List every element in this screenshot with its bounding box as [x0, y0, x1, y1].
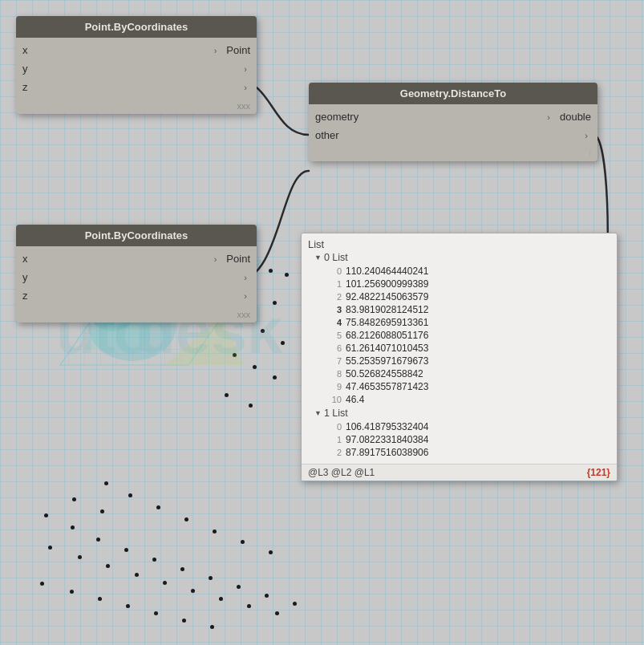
grid-dot	[124, 548, 128, 552]
port-z-label: z	[22, 81, 241, 93]
grid-dot	[71, 525, 75, 529]
list-item: 475.8482695913361	[314, 316, 610, 329]
node-point2-row-y: y ›	[16, 268, 257, 286]
node-point2-header: Point.ByCoordinates	[16, 225, 257, 246]
grid-dot	[154, 611, 158, 615]
list-item: 661.2614071010453	[314, 342, 610, 355]
port-x2-arrow: ›	[214, 254, 217, 264]
grid-dot	[106, 564, 110, 568]
grid-dot	[163, 581, 167, 585]
item-index: 10	[327, 395, 342, 404]
node-point1-header: Point.ByCoordinates	[16, 16, 257, 38]
port-y2-arrow: ›	[244, 273, 247, 282]
item-index: 7	[327, 356, 342, 366]
list-item: 755.2535971679673	[314, 355, 610, 367]
grid-dot	[209, 576, 213, 580]
list-item: 1101.256900999389	[314, 278, 610, 290]
grid-dot	[241, 540, 245, 544]
list-title: List	[308, 238, 610, 250]
node-point2-footer: xxx	[16, 308, 257, 322]
grid-dot	[269, 550, 273, 554]
port-other-arrow: ›	[585, 131, 588, 140]
grid-dot	[182, 619, 186, 623]
node-point1-row-z: z ›	[16, 78, 257, 96]
grid-dot	[135, 573, 139, 577]
item-index: 2	[327, 292, 342, 302]
grid-dot	[100, 509, 104, 513]
item-index: 0	[327, 266, 342, 276]
list-item: 287.8917516038906	[314, 446, 610, 459]
item-value: 92.4822145063579	[346, 291, 428, 302]
item-index: 3	[327, 305, 342, 314]
item-value: 46.4	[346, 394, 364, 405]
port-z2-arrow: ›	[244, 291, 247, 301]
grid-dot	[184, 517, 188, 521]
list-item: 0106.418795332404	[314, 420, 610, 433]
item-value: 97.0822331840384	[346, 434, 428, 445]
port-z-arrow: ›	[244, 83, 247, 92]
port-other-label: other	[315, 129, 581, 141]
grid-dot	[156, 505, 160, 509]
grid-dot	[104, 481, 108, 485]
list-panel-content[interactable]: List ▼ 0 List0110.2404644402411101.25690…	[302, 233, 617, 464]
list-item: 850.526824558842	[314, 367, 610, 380]
grid-dot	[247, 604, 251, 608]
node-point1-row-x: x › Point	[16, 41, 257, 59]
grid-dot	[72, 497, 76, 501]
list-group-header-1: ▼ 1 List	[314, 408, 610, 419]
item-value: 47.4653557871423	[346, 381, 428, 392]
grid-dot	[44, 513, 48, 517]
grid-dot	[237, 585, 241, 589]
port-y-arrow: ›	[244, 64, 247, 74]
port-geometry-arrow: ›	[547, 112, 550, 122]
grid-dot	[48, 546, 52, 550]
grid-dot	[275, 611, 279, 615]
item-index: 5	[327, 331, 342, 340]
node-point2-body: x › Point y › z ›	[16, 246, 257, 308]
node-point1-row-y: y ›	[16, 59, 257, 78]
item-index: 1	[327, 279, 342, 289]
grid-dot	[265, 594, 269, 598]
grid-dot	[191, 589, 195, 593]
node-point2: Point.ByCoordinates x › Point y › z › xx…	[16, 225, 257, 322]
grid-dot	[40, 582, 44, 586]
item-value: 106.418795332404	[346, 421, 428, 432]
list-group-header-0: ▼ 0 List	[314, 252, 610, 263]
grid-dot	[78, 555, 82, 559]
port-y2-label: y	[22, 271, 241, 283]
grid-dot	[98, 597, 102, 601]
node-geometry-row-geometry: geometry › double	[309, 108, 597, 126]
grid-dot	[152, 558, 156, 562]
node-point2-row-z: z ›	[16, 286, 257, 305]
footer-left-text: @L3 @L2 @L1	[308, 467, 375, 478]
item-value: 101.256900999389	[346, 278, 428, 290]
node-geometry-footer: l	[309, 148, 597, 161]
port-y-label: y	[22, 63, 241, 75]
grid-dot	[219, 597, 223, 601]
list-panel-footer: @L3 @L2 @L1 {121}	[302, 464, 617, 481]
grid-dot	[249, 404, 253, 408]
footer-right-text: {121}	[587, 467, 610, 478]
node-geometry: Geometry.DistanceTo geometry › double ot…	[309, 83, 597, 161]
node-point1-output: Point	[220, 44, 250, 56]
item-index: 1	[327, 435, 342, 444]
list-item: 292.4822145063579	[314, 290, 610, 303]
grid-dot	[293, 602, 297, 606]
grid-dot	[96, 538, 100, 542]
list-panel[interactable]: List ▼ 0 List0110.2404644402411101.25690…	[301, 233, 618, 481]
node-point2-output: Point	[220, 253, 250, 265]
item-index: 2	[327, 448, 342, 457]
item-index: 4	[327, 318, 342, 327]
grid-dot	[210, 625, 214, 629]
item-index: 0	[327, 422, 342, 432]
list-group-1: ▼ 1 List0106.418795332404197.08223318403…	[314, 408, 610, 459]
port-x-label: x	[22, 44, 211, 56]
item-value: 50.526824558842	[346, 368, 423, 379]
item-value: 87.8917516038906	[346, 447, 428, 458]
node-point2-row-x: x › Point	[16, 249, 257, 268]
item-value: 75.8482695913361	[346, 317, 428, 328]
list-item: 0110.240464440241	[314, 265, 610, 278]
item-value: 110.240464440241	[346, 266, 428, 277]
node-point1-footer: xxx	[16, 99, 257, 114]
port-x2-label: x	[22, 253, 211, 265]
